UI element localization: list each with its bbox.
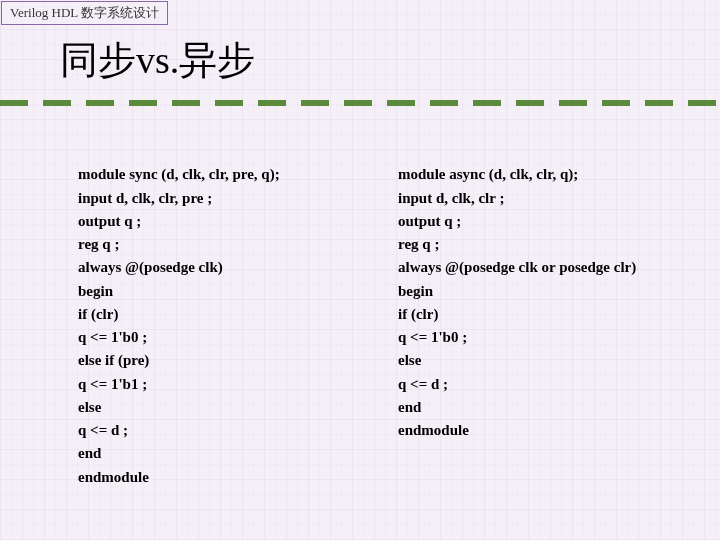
course-title-text: Verilog HDL 数字系统设计 [10,5,159,20]
async-line-2: input d, clk, clr ; [398,190,504,206]
async-line-11: end [398,399,421,415]
async-line-3: output q ; [398,213,461,229]
sync-line-14: endmodule [78,469,149,485]
title-async: 异步 [179,39,255,81]
course-title-tab: Verilog HDL 数字系统设计 [1,1,168,25]
async-line-6: begin [398,283,433,299]
async-line-7: if (clr) [398,306,438,322]
sync-line-13: end [78,445,101,461]
sync-line-12: q <= d ; [78,422,128,438]
async-line-1: module async (d, clk, clr, q); [398,166,578,182]
slide-title: 同步vs.异步 [60,35,255,86]
sync-line-11: else [78,399,101,415]
sync-line-5: always @(posedge clk) [78,259,223,275]
sync-line-10: q <= 1'b1 ; [78,376,147,392]
async-line-5: always @(posedge clk or posedge clr) [398,259,636,275]
sync-line-1: module sync (d, clk, clr, pre, q); [78,166,280,182]
sync-line-7: if (clr) [78,306,118,322]
sync-line-6: begin [78,283,113,299]
sync-line-9: else if (pre) [78,352,149,368]
async-line-8: q <= 1'b0 ; [398,329,467,345]
sync-line-8: q <= 1'b0 ; [78,329,147,345]
sync-line-3: output q ; [78,213,141,229]
sync-line-2: input d, clk, clr, pre ; [78,190,212,206]
title-sync: 同步 [60,39,136,81]
async-line-4: reg q ; [398,236,439,252]
title-underline [0,100,720,106]
async-line-9: else [398,352,421,368]
code-columns: module sync (d, clk, clr, pre, q); input… [0,140,720,489]
sync-code-block: module sync (d, clk, clr, pre, q); input… [78,140,388,489]
sync-line-4: reg q ; [78,236,119,252]
title-vs: vs. [136,39,179,81]
async-line-10: q <= d ; [398,376,448,392]
async-line-12: endmodule [398,422,469,438]
async-code-block: module async (d, clk, clr, q); input d, … [398,140,636,489]
